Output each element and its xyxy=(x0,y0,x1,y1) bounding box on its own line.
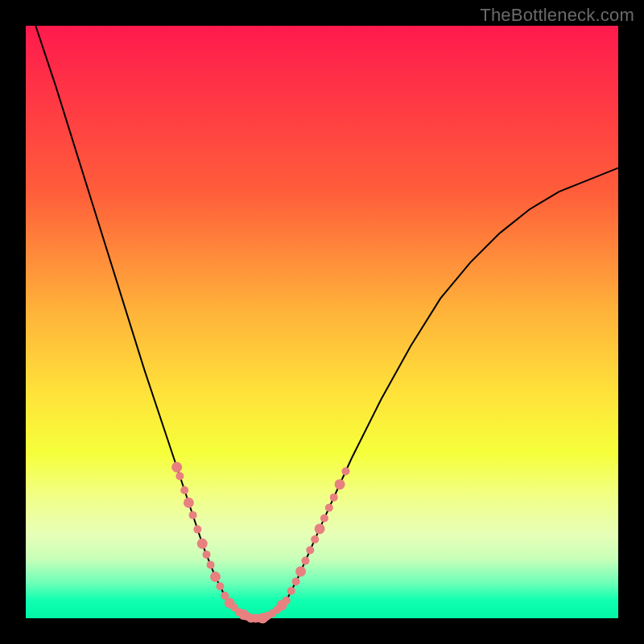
highlight-dot xyxy=(335,479,345,489)
highlight-dots-group xyxy=(171,462,349,624)
highlight-dot xyxy=(292,577,300,585)
chart-svg xyxy=(26,26,618,618)
highlight-dot xyxy=(203,551,211,559)
highlight-dot xyxy=(341,468,349,476)
highlight-dot xyxy=(311,535,319,543)
highlight-dot xyxy=(189,511,197,519)
highlight-dot xyxy=(193,526,201,534)
highlight-dot xyxy=(330,493,338,502)
chart-frame: TheBottleneck.com xyxy=(0,0,644,644)
highlight-dot xyxy=(306,546,314,554)
highlight-dot xyxy=(261,613,270,621)
highlight-dot xyxy=(210,572,221,582)
highlight-dot xyxy=(320,514,328,522)
highlight-dot xyxy=(315,523,325,534)
plot-area xyxy=(26,26,618,618)
highlight-dot xyxy=(301,557,309,565)
highlight-dot xyxy=(180,486,188,494)
highlight-dot xyxy=(283,597,291,605)
highlight-dot xyxy=(175,472,184,480)
highlight-dot xyxy=(197,539,208,549)
watermark-text: TheBottleneck.com xyxy=(480,5,634,26)
highlight-dot xyxy=(171,462,182,473)
highlight-dot xyxy=(295,566,306,576)
highlight-dot xyxy=(207,561,215,569)
highlight-dot xyxy=(216,582,224,590)
highlight-dot xyxy=(287,587,295,595)
highlight-dot xyxy=(325,504,333,512)
highlight-dot xyxy=(184,497,194,508)
